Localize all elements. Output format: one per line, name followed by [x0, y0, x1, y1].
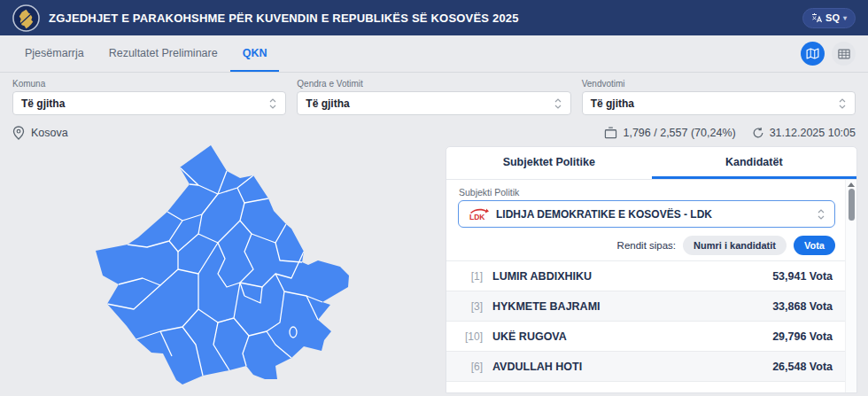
- map-view-button[interactable]: [801, 42, 825, 66]
- turnout-stat: 1,796 / 2,557 (70,24%): [604, 127, 735, 139]
- tab-pjesemarrja[interactable]: Pjesëmarrja: [12, 35, 97, 72]
- tab-qkn[interactable]: QKN: [230, 35, 280, 72]
- location-label: Kosova: [31, 127, 68, 139]
- map-pin-icon: [12, 126, 25, 140]
- updown-chevron-icon: [838, 97, 847, 110]
- status-row: Kosova 1,796 / 2,557 (70,24%) 31.12.2025…: [0, 124, 868, 145]
- candidate-votes: 29,796 Vota: [772, 330, 833, 343]
- tab-subjektet-politike[interactable]: Subjektet Politike: [446, 147, 652, 179]
- candidate-row[interactable]: [1] LUMIR ABDIXHIKU 53,941 Vota: [446, 260, 847, 291]
- updown-chevron-icon: [268, 97, 277, 110]
- filter-label-vendvotimi: Vendvotimi: [582, 79, 856, 89]
- tab-rezultatet-preliminare[interactable]: Rezultatet Preliminare: [97, 35, 230, 72]
- main-tabbar: Pjesëmarrja Rezultatet Preliminare QKN: [0, 35, 868, 73]
- sort-by-votes-button[interactable]: Vota: [794, 236, 835, 255]
- table-icon: [838, 49, 850, 59]
- updown-chevron-icon: [554, 97, 562, 110]
- sort-by-candidate-number-button[interactable]: Numri i kandidatit: [683, 236, 787, 255]
- panel-tabbar: Subjektet Politike Kandidatët: [446, 147, 856, 180]
- tab-kandidatet[interactable]: Kandidatët: [652, 147, 857, 179]
- app-header: ZGJEDHJET E PARAKOHSHME PËR KUVENDIN E R…: [0, 0, 868, 35]
- filter-label-qendra: Qendra e Votimit: [297, 79, 570, 89]
- candidate-name: HYKMETE BAJRAMI: [492, 300, 772, 313]
- vendvotimi-select-value: Të gjitha: [591, 97, 634, 110]
- candidate-number: [6]: [458, 361, 483, 373]
- chevron-down-icon: ▾: [843, 14, 847, 22]
- candidate-number: [3]: [458, 300, 483, 313]
- candidate-row[interactable]: [4] DOARSA KICA XHELILI 26,217 Vota: [446, 381, 847, 393]
- kqz-emblem-icon: [12, 4, 40, 32]
- language-code: SQ: [825, 12, 840, 23]
- translate-icon: [811, 12, 822, 23]
- sort-row: Rendit sipas: Numri i kandidatit Vota: [458, 232, 835, 259]
- refresh-icon: [752, 127, 764, 139]
- candidate-name: DOARSA KICA XHELILI: [492, 391, 772, 394]
- ldk-party-logo: LDK: [468, 207, 489, 221]
- candidate-votes: 53,941 Vota: [772, 270, 833, 283]
- candidate-row[interactable]: [3] HYKMETE BAJRAMI 33,868 Vota: [446, 291, 847, 321]
- updown-chevron-icon: [817, 208, 825, 221]
- ballot-box-icon: [604, 127, 617, 139]
- turnout-value: 1,796 / 2,557 (70,24%): [623, 127, 735, 139]
- qendra-e-votimit-select[interactable]: Të gjitha: [297, 91, 570, 115]
- page-title: ZGJEDHJET E PARAKOHSHME PËR KUVENDIN E R…: [49, 12, 519, 25]
- candidate-name: AVDULLAH HOTI: [492, 361, 772, 373]
- subject-select-label: Subjekti Politik: [459, 187, 835, 198]
- candidate-votes: 26,548 Vota: [772, 361, 833, 373]
- results-panel: Subjektet Politike Kandidatët Subjekti P…: [446, 146, 857, 393]
- last-updated-value: 31.12.2025 10:05: [770, 127, 856, 139]
- panel-scrollbar[interactable]: [845, 180, 856, 392]
- vendvotimi-select[interactable]: Të gjitha: [582, 91, 856, 115]
- candidate-row[interactable]: [6] AVDULLAH HOTI 26,548 Vota: [446, 351, 847, 381]
- candidate-number: [4]: [458, 391, 483, 394]
- filter-label-komuna: Komuna: [12, 79, 286, 89]
- komuna-select-value: Të gjitha: [21, 97, 65, 110]
- map-icon: [806, 48, 819, 59]
- scrollbar-up-arrow-icon[interactable]: [848, 182, 855, 187]
- candidate-list: [1] LUMIR ABDIXHIKU 53,941 Vota [3] HYKM…: [446, 260, 847, 393]
- table-view-button[interactable]: [832, 42, 856, 66]
- candidate-votes: 26,217 Vota: [772, 391, 833, 394]
- qendra-select-value: Të gjitha: [306, 97, 349, 110]
- svg-text:LDK: LDK: [469, 213, 485, 221]
- candidate-name: UKË RUGOVA: [492, 330, 772, 343]
- scrollbar-thumb[interactable]: [849, 189, 855, 221]
- last-updated-stat: 31.12.2025 10:05: [752, 127, 856, 139]
- candidate-votes: 33,868 Vota: [772, 300, 833, 313]
- kosovo-map[interactable]: [94, 145, 360, 393]
- language-selector[interactable]: SQ ▾: [802, 8, 856, 28]
- subject-select[interactable]: LDK LIDHJA DEMOKRATIKE E KOSOVËS - LDK: [458, 200, 835, 228]
- candidate-number: [1]: [458, 270, 483, 283]
- filter-bar: Komuna Të gjitha Qendra e Votimit Të gji…: [0, 73, 868, 124]
- candidate-name: LUMIR ABDIXHIKU: [492, 270, 772, 283]
- subject-select-value: LIDHJA DEMOKRATIKE E KOSOVËS - LDK: [496, 208, 712, 221]
- komuna-select[interactable]: Të gjitha: [12, 91, 286, 115]
- sort-label: Rendit sipas:: [617, 240, 676, 251]
- candidate-number: [10]: [458, 330, 483, 343]
- candidate-row[interactable]: [10] UKË RUGOVA 29,796 Vota: [446, 321, 847, 351]
